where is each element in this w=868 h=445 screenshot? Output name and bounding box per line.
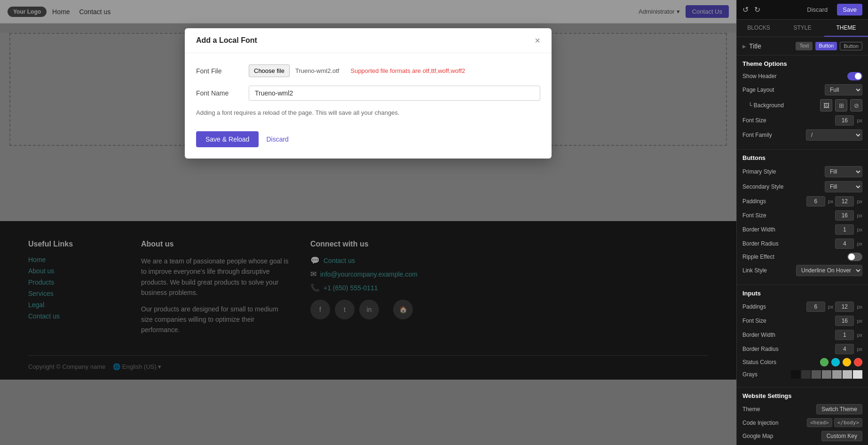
ripple-toggle[interactable] [847, 253, 862, 261]
gray-swatch-2[interactable] [812, 370, 821, 379]
btn-border-width-row: Border Width px [742, 224, 862, 235]
font-file-label: Font File [196, 67, 243, 75]
head-tag-btn[interactable]: <head> [807, 418, 832, 427]
gray-swatch-dark[interactable] [791, 370, 800, 379]
code-injection-label: Code Injection [742, 420, 779, 426]
gray-swatch-3[interactable] [822, 370, 831, 379]
modal-header: Add a Local Font × [185, 28, 552, 53]
font-name-input[interactable] [249, 86, 540, 101]
inp-pad1-input[interactable] [806, 302, 825, 312]
status-yellow-dot[interactable] [843, 358, 851, 366]
inp-border-width-label: Border Width [742, 332, 775, 338]
inp-border-radius-label: Border Radius [742, 346, 779, 352]
tab-theme[interactable]: THEME [824, 20, 868, 37]
right-panel: ↺ ↻ Discard Save BLOCKS STYLE THEME ▶ Ti… [736, 0, 868, 445]
title-label: Title [749, 42, 761, 50]
gray-swatch-1[interactable] [801, 370, 811, 379]
modal-overlay: Add a Local Font × Font File Choose file… [0, 0, 736, 445]
font-size-label: Font Size [742, 117, 766, 124]
inp-paddings-expand[interactable]: Paddings [742, 303, 766, 310]
status-red-dot[interactable] [854, 358, 862, 366]
inp-pad2-input[interactable] [835, 302, 854, 312]
ripple-effect-row: Ripple Effect [742, 253, 862, 261]
modal-note: Adding a font requires a reload of the p… [196, 109, 540, 116]
add-local-font-modal: Add a Local Font × Font File Choose file… [185, 28, 552, 159]
btn-border-radius-input[interactable] [835, 238, 854, 249]
gray-swatch-4[interactable] [832, 370, 842, 379]
google-map-row: Google Map Custom Key [742, 431, 862, 441]
discard-btn[interactable]: Discard [803, 4, 831, 15]
font-name-row: Font Name [196, 86, 540, 101]
theme-row: Theme Switch Theme [742, 404, 862, 414]
theme-label: Theme [742, 406, 760, 413]
status-green-dot[interactable] [820, 358, 829, 366]
font-family-label: Font Family [742, 132, 772, 138]
redo-btn[interactable]: ↻ [754, 5, 760, 14]
supported-formats: Supported file formats are otf,ttf,woff,… [350, 67, 465, 74]
btn-pad2-input[interactable] [835, 196, 854, 207]
btn-pad1-input[interactable] [806, 196, 825, 207]
tab-blocks[interactable]: BLOCKS [737, 20, 781, 37]
page-layout-select[interactable]: Full [825, 84, 862, 95]
inp-border-width-input[interactable] [835, 330, 854, 340]
type-text-pill: Text [796, 42, 813, 50]
inp-border-radius-input[interactable] [835, 344, 854, 354]
inp-paddings-row: Paddings px px [742, 302, 862, 312]
page-layout-label: Page Layout [742, 87, 774, 93]
show-header-row: Show Header [742, 72, 862, 80]
switch-theme-btn[interactable]: Switch Theme [816, 404, 862, 414]
font-family-select[interactable]: / [806, 129, 862, 141]
font-file-row: Font File Choose file Trueno-wml2.otf Su… [196, 64, 540, 77]
ripple-effect-label: Ripple Effect [742, 254, 774, 260]
theme-options-heading: Theme Options [742, 60, 862, 67]
btn-font-size-label: Font Size [742, 212, 766, 219]
link-style-select[interactable]: Underline On Hover [796, 265, 862, 276]
btn-border-width-label: Border Width [742, 226, 775, 233]
panel-topbar: ↺ ↻ Discard Save [737, 0, 868, 20]
website-settings-heading: Website Settings [742, 392, 862, 399]
btn-border-radius-expand[interactable]: Border Radius [742, 240, 779, 247]
modal-close-btn[interactable]: × [535, 36, 540, 45]
btn-paddings-expand[interactable]: Paddings [742, 198, 766, 205]
panel-tabs: BLOCKS STYLE THEME [737, 20, 868, 37]
link-style-label: Link Style [742, 267, 767, 274]
btn-font-size-input[interactable] [835, 210, 854, 221]
btn-border-width-input[interactable] [835, 224, 854, 235]
gray-swatch-6[interactable] [853, 370, 862, 379]
bg-grid-btn[interactable]: ⊞ [835, 99, 847, 111]
btn-font-size-row: Font Size px [742, 210, 862, 221]
modal-actions: Save & Reload Discard [196, 127, 540, 147]
save-btn[interactable]: Save [837, 4, 862, 16]
modal-title: Add a Local Font [196, 36, 257, 45]
inp-font-size-input[interactable] [835, 316, 854, 326]
choose-file-btn[interactable]: Choose file [249, 64, 290, 77]
show-header-toggle[interactable] [847, 72, 862, 80]
background-row: └ Background 🖼 ⊞ ⊘ [742, 99, 862, 111]
save-reload-btn[interactable]: Save & Reload [196, 131, 259, 147]
grays-row: Grays [742, 370, 862, 379]
link-style-row: Link Style Underline On Hover [742, 265, 862, 276]
buttons-heading: Buttons [742, 154, 862, 161]
bg-clear-btn[interactable]: ⊘ [850, 99, 862, 111]
inp-border-width-row: Border Width px [742, 330, 862, 340]
inp-font-size-label: Font Size [742, 318, 766, 324]
font-size-input[interactable] [835, 115, 854, 126]
expand-arrow-icon: ▶ [742, 44, 746, 49]
status-teal-dot[interactable] [831, 358, 840, 366]
body-tag-btn[interactable]: </body> [834, 418, 862, 427]
undo-btn[interactable]: ↺ [742, 5, 749, 14]
modal-discard-btn[interactable]: Discard [266, 135, 288, 143]
font-family-row: Font Family / [742, 129, 862, 141]
tab-style[interactable]: STYLE [781, 20, 824, 37]
file-name: Trueno-wml2.otf [295, 67, 339, 74]
inputs-heading: Inputs [742, 290, 862, 297]
custom-key-btn[interactable]: Custom Key [821, 431, 862, 441]
gray-swatch-5[interactable] [843, 370, 852, 379]
grays-expand[interactable]: Grays [742, 371, 758, 378]
primary-style-select[interactable]: Fill [825, 166, 862, 177]
inputs-section: Inputs Paddings px px Font Size px Borde… [737, 285, 868, 388]
btn-paddings-row: Paddings px px [742, 196, 862, 207]
bg-image-btn[interactable]: 🖼 [820, 99, 832, 111]
secondary-style-select[interactable]: Fill [825, 181, 862, 192]
show-header-label: Show Header [742, 73, 777, 79]
